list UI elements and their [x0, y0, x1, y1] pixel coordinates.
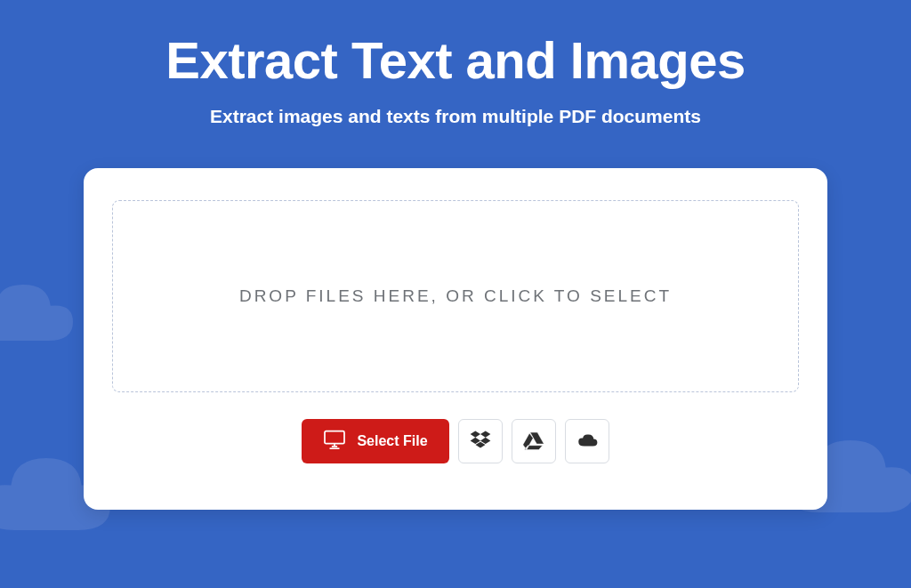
select-file-label: Select File [357, 433, 427, 449]
svg-rect-0 [325, 431, 344, 444]
onedrive-icon [576, 430, 599, 454]
dropbox-button[interactable] [458, 419, 503, 463]
select-file-button[interactable]: Select File [302, 419, 448, 463]
file-dropzone[interactable]: DROP FILES HERE, OR CLICK TO SELECT [112, 200, 799, 392]
upload-card: DROP FILES HERE, OR CLICK TO SELECT Sele… [84, 168, 827, 510]
upload-actions: Select File [302, 419, 609, 463]
google-drive-icon [522, 430, 545, 454]
page-title: Extract Text and Images [165, 30, 745, 90]
dropzone-placeholder: DROP FILES HERE, OR CLICK TO SELECT [239, 286, 672, 306]
monitor-icon [323, 430, 346, 453]
dropbox-icon [469, 430, 492, 454]
google-drive-button[interactable] [512, 419, 556, 463]
onedrive-button[interactable] [565, 419, 609, 463]
page-subtitle: Extract images and texts from multiple P… [210, 106, 701, 127]
